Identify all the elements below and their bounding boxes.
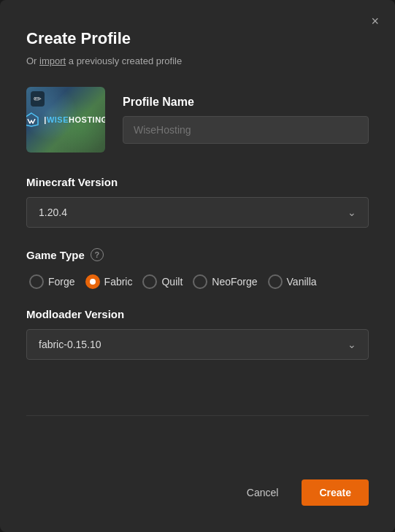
- radio-circle-neoforge: [193, 274, 207, 289]
- chevron-down-icon-modloader: ⌄: [348, 339, 356, 350]
- chevron-down-icon: ⌄: [348, 207, 356, 218]
- minecraft-version-selected: 1.20.4: [39, 207, 67, 218]
- radio-label-quilt: Quilt: [161, 276, 183, 288]
- import-link[interactable]: import: [39, 55, 66, 66]
- modloader-label: Modloader Version: [26, 308, 369, 320]
- profile-image-wrapper: |WISEHOSTING ✏: [26, 87, 105, 153]
- close-button[interactable]: ×: [368, 12, 382, 31]
- wise-hosting-logo: |WISEHOSTING: [26, 112, 105, 128]
- import-line: Or import a previously created profile: [26, 55, 369, 66]
- profile-name-label: Profile Name: [123, 96, 369, 109]
- radio-circle-quilt: [142, 274, 157, 289]
- create-button[interactable]: Create: [302, 479, 369, 506]
- edit-image-button[interactable]: ✏: [31, 91, 45, 107]
- radio-circle-fabric: [85, 274, 100, 289]
- game-type-header: Game Type ?: [26, 248, 369, 261]
- minecraft-version-dropdown[interactable]: 1.20.4 ⌄: [26, 197, 369, 228]
- profile-section: |WISEHOSTING ✏ Profile Name WiseHosting: [26, 87, 369, 153]
- modal-title: Create Profile: [26, 29, 369, 48]
- divider: [26, 415, 369, 416]
- radio-fabric[interactable]: Fabric: [83, 273, 136, 290]
- radio-label-forge: Forge: [48, 276, 75, 288]
- footer: Cancel Create: [26, 479, 369, 506]
- minecraft-version-label: Minecraft Version: [26, 176, 369, 188]
- help-icon[interactable]: ?: [91, 248, 104, 261]
- game-type-radio-group: Forge Fabric Quilt NeoForge Vanilla: [26, 273, 369, 290]
- radio-circle-vanilla: [268, 274, 283, 289]
- cancel-button[interactable]: Cancel: [235, 479, 291, 506]
- create-profile-modal: × Create Profile Or import a previously …: [0, 0, 395, 532]
- game-type-title: Game Type: [26, 249, 85, 261]
- radio-vanilla[interactable]: Vanilla: [265, 273, 320, 290]
- modloader-section: Modloader Version fabric-0.15.10 ⌄: [26, 308, 369, 380]
- modloader-selected: fabric-0.15.10: [39, 339, 101, 350]
- modloader-dropdown[interactable]: fabric-0.15.10 ⌄: [26, 329, 369, 360]
- radio-label-fabric: Fabric: [104, 276, 133, 288]
- profile-name-section: Profile Name WiseHosting: [123, 96, 369, 144]
- radio-label-neoforge: NeoForge: [212, 276, 257, 288]
- radio-circle-forge: [29, 274, 44, 289]
- logo-text: |WISEHOSTING: [44, 115, 105, 124]
- radio-label-vanilla: Vanilla: [287, 276, 317, 288]
- logo-svg-icon: [26, 112, 39, 128]
- pencil-icon: ✏: [34, 93, 42, 104]
- radio-forge[interactable]: Forge: [26, 273, 78, 290]
- profile-name-input[interactable]: WiseHosting: [123, 116, 369, 144]
- radio-neoforge[interactable]: NeoForge: [190, 273, 260, 290]
- radio-quilt[interactable]: Quilt: [139, 273, 185, 290]
